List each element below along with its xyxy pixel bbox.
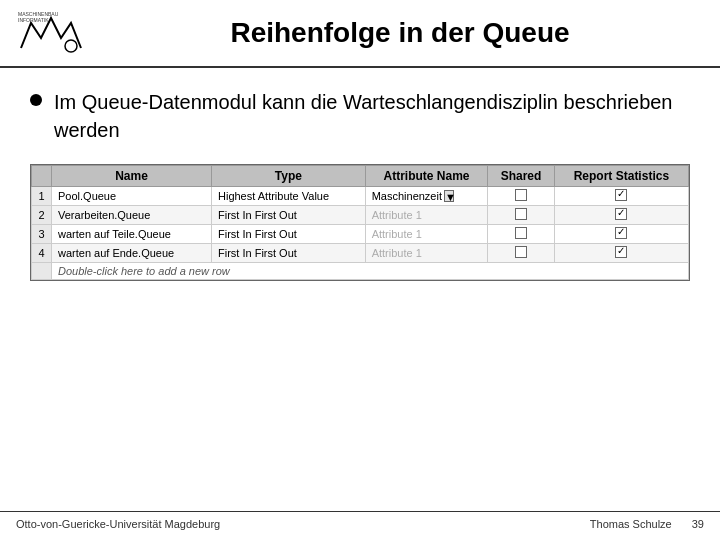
table-row: 4 warten auf Ende.Queue First In First O… bbox=[32, 244, 689, 263]
checkbox-shared-4[interactable] bbox=[515, 246, 527, 258]
row-2-type: First In First Out bbox=[212, 206, 366, 225]
table-row: 3 warten auf Teile.Queue First In First … bbox=[32, 225, 689, 244]
add-row-num bbox=[32, 263, 52, 280]
queue-table: Name Type Attribute Name Shared Report S… bbox=[31, 165, 689, 280]
row-3-type: First In First Out bbox=[212, 225, 366, 244]
row-2-shared bbox=[488, 206, 554, 225]
add-row[interactable]: Double-click here to add a new row bbox=[32, 263, 689, 280]
row-num-3: 3 bbox=[32, 225, 52, 244]
main-content: Im Queue-Datenmodul kann die Warteschlan… bbox=[0, 68, 720, 311]
row-1-report bbox=[554, 187, 688, 206]
row-3-shared bbox=[488, 225, 554, 244]
add-row-label[interactable]: Double-click here to add a new row bbox=[52, 263, 689, 280]
row-3-report bbox=[554, 225, 688, 244]
row-4-shared bbox=[488, 244, 554, 263]
row-2-attr: Attribute 1 bbox=[365, 206, 488, 225]
footer-university: Otto-von-Guericke-Universität Magdeburg bbox=[16, 518, 220, 530]
table-row: 2 Verarbeiten.Queue First In First Out A… bbox=[32, 206, 689, 225]
col-header-shared: Shared bbox=[488, 166, 554, 187]
row-4-attr: Attribute 1 bbox=[365, 244, 488, 263]
row-4-name: warten auf Ende.Queue bbox=[52, 244, 212, 263]
table-header-row: Name Type Attribute Name Shared Report S… bbox=[32, 166, 689, 187]
row-1-attr: Maschinenzeit ▼ bbox=[365, 187, 488, 206]
university-logo: MASCHINENBAU INFORMATIK bbox=[16, 8, 96, 58]
table-row: 1 Pool.Queue Highest Attribute Value Mas… bbox=[32, 187, 689, 206]
row-4-report bbox=[554, 244, 688, 263]
col-header-attribute: Attribute Name bbox=[365, 166, 488, 187]
logo-area: MASCHINENBAU INFORMATIK bbox=[16, 8, 96, 58]
row-3-name: warten auf Teile.Queue bbox=[52, 225, 212, 244]
row-4-type: First In First Out bbox=[212, 244, 366, 263]
bullet-text: Im Queue-Datenmodul kann die Warteschlan… bbox=[54, 88, 690, 144]
row-1-shared bbox=[488, 187, 554, 206]
col-header-type: Type bbox=[212, 166, 366, 187]
checkbox-shared-2[interactable] bbox=[515, 208, 527, 220]
checkbox-shared-3[interactable] bbox=[515, 227, 527, 239]
svg-text:INFORMATIK: INFORMATIK bbox=[18, 17, 49, 23]
page-title: Reihenfolge in der Queue bbox=[96, 17, 704, 49]
row-num-2: 2 bbox=[32, 206, 52, 225]
col-header-empty bbox=[32, 166, 52, 187]
row-3-attr: Attribute 1 bbox=[365, 225, 488, 244]
row-1-name: Pool.Queue bbox=[52, 187, 212, 206]
checkbox-report-1[interactable] bbox=[615, 189, 627, 201]
checkbox-report-4[interactable] bbox=[615, 246, 627, 258]
footer-right: Thomas Schulze 39 bbox=[590, 518, 704, 530]
checkbox-report-3[interactable] bbox=[615, 227, 627, 239]
row-1-type: Highest Attribute Value bbox=[212, 187, 366, 206]
footer: Otto-von-Guericke-Universität Magdeburg … bbox=[0, 511, 720, 530]
row-2-name: Verarbeiten.Queue bbox=[52, 206, 212, 225]
footer-page: 39 bbox=[692, 518, 704, 530]
bullet-point: Im Queue-Datenmodul kann die Warteschlan… bbox=[30, 88, 690, 144]
bullet-dot bbox=[30, 94, 42, 106]
dropdown-arrow[interactable]: ▼ bbox=[444, 190, 454, 202]
footer-author: Thomas Schulze bbox=[590, 518, 672, 530]
checkbox-shared-1[interactable] bbox=[515, 189, 527, 201]
row-2-report bbox=[554, 206, 688, 225]
col-header-report: Report Statistics bbox=[554, 166, 688, 187]
queue-table-container: Name Type Attribute Name Shared Report S… bbox=[30, 164, 690, 281]
checkbox-report-2[interactable] bbox=[615, 208, 627, 220]
top-bar: MASCHINENBAU INFORMATIK Reihenfolge in d… bbox=[0, 0, 720, 68]
row-num-4: 4 bbox=[32, 244, 52, 263]
row-num-1: 1 bbox=[32, 187, 52, 206]
col-header-name: Name bbox=[52, 166, 212, 187]
